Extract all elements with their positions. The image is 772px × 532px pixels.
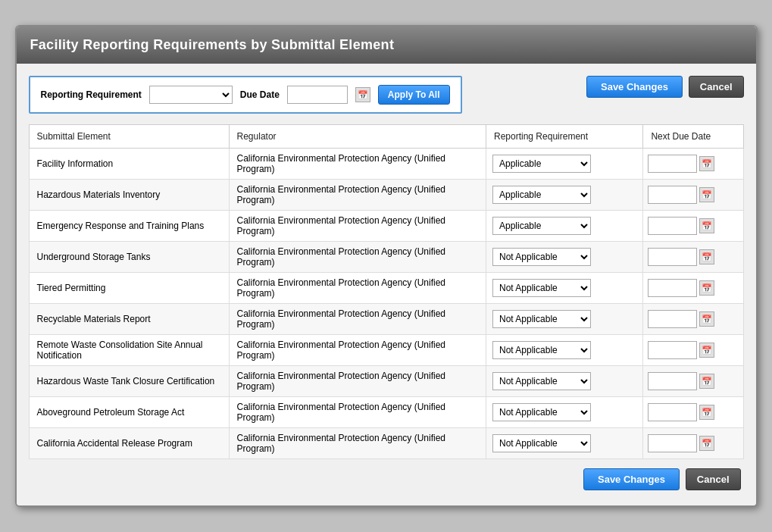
table-row: Recyclable Materials ReportCalifornia En… <box>29 304 743 335</box>
element-cell: California Accidental Release Program <box>29 428 229 459</box>
element-cell: Hazardous Waste Tank Closure Certificati… <box>29 366 229 397</box>
regulator-cell: California Environmental Protection Agen… <box>229 335 486 366</box>
element-cell: Tiered Permitting <box>29 273 229 304</box>
row-calendar-icon[interactable]: 📅 <box>699 374 714 389</box>
req-cell: ApplicableNot ApplicableExempt <box>486 397 643 428</box>
element-cell: Hazardous Materials Inventory <box>29 180 229 211</box>
cancel-button-top[interactable]: Cancel <box>689 76 744 98</box>
req-cell: ApplicableNot ApplicableExempt <box>486 428 643 459</box>
req-select[interactable]: ApplicableNot ApplicableExempt <box>492 217 591 235</box>
row-calendar-icon[interactable]: 📅 <box>699 311 714 327</box>
top-bar: Reporting Requirement Applicable Not App… <box>29 76 744 114</box>
due-date-input[interactable] <box>648 434 697 452</box>
table-row: Hazardous Waste Tank Closure Certificati… <box>29 366 743 397</box>
req-select[interactable]: ApplicableNot ApplicableExempt <box>492 279 591 297</box>
req-cell: ApplicableNot ApplicableExempt <box>486 149 643 180</box>
table-row: Aboveground Petroleum Storage ActCalifor… <box>29 397 743 428</box>
bottom-bar: Save Changes Cancel <box>29 459 744 493</box>
element-cell: Recyclable Materials Report <box>29 304 229 335</box>
regulator-cell: California Environmental Protection Agen… <box>229 304 486 335</box>
req-select[interactable]: ApplicableNot ApplicableExempt <box>492 248 591 266</box>
regulator-cell: California Environmental Protection Agen… <box>229 149 486 180</box>
req-select[interactable]: ApplicableNot ApplicableExempt <box>492 155 591 173</box>
col-header-req: Reporting Requirement <box>486 125 643 149</box>
req-cell: ApplicableNot ApplicableExempt <box>486 335 643 366</box>
due-cell: 📅 <box>643 304 743 335</box>
due-cell: 📅 <box>643 428 743 459</box>
row-calendar-icon[interactable]: 📅 <box>699 436 714 451</box>
main-dialog: Facility Reporting Requirements by Submi… <box>15 25 758 507</box>
req-cell: ApplicableNot ApplicableExempt <box>486 242 643 273</box>
row-calendar-icon[interactable]: 📅 <box>699 280 714 296</box>
save-changes-button-top[interactable]: Save Changes <box>586 76 683 98</box>
element-cell: Remote Waste Consolidation Site Annual N… <box>29 335 229 366</box>
requirements-table: Submittal Element Regulator Reporting Re… <box>29 124 744 459</box>
regulator-cell: California Environmental Protection Agen… <box>229 211 486 242</box>
reporting-req-label: Reporting Requirement <box>41 89 142 100</box>
due-date-input[interactable] <box>648 217 697 235</box>
due-cell: 📅 <box>643 397 743 428</box>
row-calendar-icon[interactable]: 📅 <box>699 343 714 358</box>
row-calendar-icon[interactable]: 📅 <box>699 218 714 233</box>
req-select[interactable]: ApplicableNot ApplicableExempt <box>492 403 591 421</box>
due-date-input[interactable] <box>648 372 697 390</box>
dialog-body: Reporting Requirement Applicable Not App… <box>17 64 756 505</box>
row-calendar-icon[interactable]: 📅 <box>699 249 714 264</box>
due-cell: 📅 <box>643 180 743 211</box>
filter-panel: Reporting Requirement Applicable Not App… <box>29 76 462 114</box>
req-select[interactable]: ApplicableNot ApplicableExempt <box>492 186 591 204</box>
table-row: Underground Storage TanksCalifornia Envi… <box>29 242 743 273</box>
due-date-input[interactable] <box>648 310 697 328</box>
due-date-filter-input[interactable] <box>287 86 348 104</box>
element-cell: Emergency Response and Training Plans <box>29 211 229 242</box>
req-cell: ApplicableNot ApplicableExempt <box>486 211 643 242</box>
table-row: Tiered PermittingCalifornia Environmenta… <box>29 273 743 304</box>
due-date-input[interactable] <box>648 403 697 421</box>
due-date-input[interactable] <box>648 186 697 204</box>
row-calendar-icon[interactable]: 📅 <box>699 187 714 202</box>
save-changes-button-bottom[interactable]: Save Changes <box>583 468 680 490</box>
top-actions: Save Changes Cancel <box>586 76 744 98</box>
due-date-input[interactable] <box>648 279 697 297</box>
col-header-regulator: Regulator <box>229 125 486 149</box>
req-cell: ApplicableNot ApplicableExempt <box>486 180 643 211</box>
regulator-cell: California Environmental Protection Agen… <box>229 366 486 397</box>
col-header-due: Next Due Date <box>643 125 743 149</box>
table-row: Hazardous Materials InventoryCalifornia … <box>29 180 743 211</box>
req-select[interactable]: ApplicableNot ApplicableExempt <box>492 434 591 452</box>
req-select[interactable]: ApplicableNot ApplicableExempt <box>492 310 591 328</box>
req-cell: ApplicableNot ApplicableExempt <box>486 366 643 397</box>
due-date-input[interactable] <box>648 341 697 359</box>
table-row: Facility InformationCalifornia Environme… <box>29 149 743 180</box>
dialog-title: Facility Reporting Requirements by Submi… <box>17 27 756 64</box>
element-cell: Aboveground Petroleum Storage Act <box>29 397 229 428</box>
row-calendar-icon[interactable]: 📅 <box>699 156 714 171</box>
due-cell: 📅 <box>643 335 743 366</box>
due-cell: 📅 <box>643 366 743 397</box>
req-cell: ApplicableNot ApplicableExempt <box>486 273 643 304</box>
regulator-cell: California Environmental Protection Agen… <box>229 180 486 211</box>
cancel-button-bottom[interactable]: Cancel <box>686 468 741 490</box>
regulator-cell: California Environmental Protection Agen… <box>229 428 486 459</box>
apply-to-all-button[interactable]: Apply To All <box>378 85 450 105</box>
table-row: Emergency Response and Training PlansCal… <box>29 211 743 242</box>
table-row: California Accidental Release ProgramCal… <box>29 428 743 459</box>
due-date-input[interactable] <box>648 155 697 173</box>
reporting-req-filter-select[interactable]: Applicable Not Applicable <box>149 86 233 104</box>
due-date-label: Due Date <box>240 89 280 100</box>
col-header-element: Submittal Element <box>29 125 229 149</box>
calendar-icon[interactable]: 📅 <box>355 87 370 102</box>
req-select[interactable]: ApplicableNot ApplicableExempt <box>492 372 591 390</box>
regulator-cell: California Environmental Protection Agen… <box>229 397 486 428</box>
row-calendar-icon[interactable]: 📅 <box>699 405 714 420</box>
req-select[interactable]: ApplicableNot ApplicableExempt <box>492 341 591 359</box>
due-cell: 📅 <box>643 242 743 273</box>
element-cell: Underground Storage Tanks <box>29 242 229 273</box>
req-cell: ApplicableNot ApplicableExempt <box>486 304 643 335</box>
regulator-cell: California Environmental Protection Agen… <box>229 242 486 273</box>
regulator-cell: California Environmental Protection Agen… <box>229 273 486 304</box>
due-cell: 📅 <box>643 149 743 180</box>
element-cell: Facility Information <box>29 149 229 180</box>
due-cell: 📅 <box>643 211 743 242</box>
due-date-input[interactable] <box>648 248 697 266</box>
